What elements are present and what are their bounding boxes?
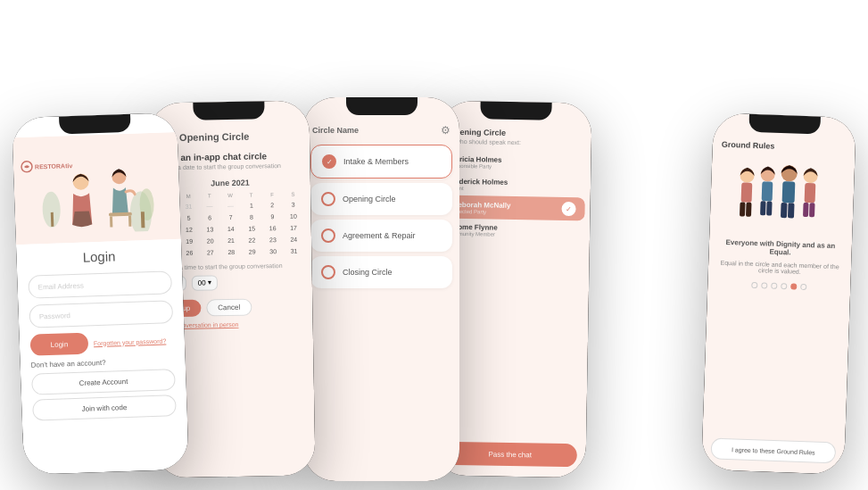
cal-day[interactable]: 22 xyxy=(242,234,263,245)
join-with-code-button[interactable]: Join with code xyxy=(32,394,177,421)
cal-day[interactable]: 13 xyxy=(200,223,221,235)
cal-day[interactable]: 10 xyxy=(283,211,304,222)
active-indicator: ✓ xyxy=(561,202,575,216)
circle-item-closing[interactable]: Closing Circle xyxy=(310,256,452,288)
person-row-frederick: Frederick Holmes Parent xyxy=(439,173,591,198)
minute-select[interactable]: 00 ▾ xyxy=(192,275,218,291)
cal-day[interactable]: 3 xyxy=(283,199,304,211)
check-icon-agreement xyxy=(321,228,335,243)
svg-rect-12 xyxy=(741,182,753,202)
svg-rect-22 xyxy=(788,203,795,218)
forgot-password-link[interactable]: Forgotten your password? xyxy=(94,337,167,346)
cal-day[interactable]: 9 xyxy=(262,211,284,222)
cal-day[interactable]: 17 xyxy=(283,222,304,234)
gr-illustration xyxy=(709,152,855,237)
notch-2 xyxy=(193,101,264,120)
cal-day[interactable]: 30 xyxy=(262,245,284,257)
cal-day[interactable]: 19 xyxy=(178,236,200,247)
person-row-jerome: Jerome Flynne Community Member xyxy=(438,219,590,244)
login-illustration xyxy=(12,132,181,245)
cal-day[interactable]: 23 xyxy=(262,234,284,245)
svg-rect-18 xyxy=(766,201,773,215)
phone-ground-rules: Ground Rules xyxy=(701,112,856,474)
notch-1 xyxy=(59,114,131,135)
cal-day[interactable]: 15 xyxy=(241,222,262,234)
scene: RESTORAtiv xyxy=(0,0,868,490)
cal-day[interactable]: 29 xyxy=(242,245,263,257)
settings-icon[interactable]: ⚙ xyxy=(441,124,451,137)
login-body: Login Email Address Password Login Forgo… xyxy=(16,239,187,433)
cal-day[interactable]: 1 xyxy=(241,199,262,211)
svg-rect-16 xyxy=(762,181,773,201)
circle-item-agreement[interactable]: Agreement & Repair xyxy=(310,220,452,252)
circle-item-label-intake: Intake & Members xyxy=(343,157,409,166)
person-row-deborah: Deborah McNally Affected Party ✓ xyxy=(443,195,584,221)
cal-day[interactable]: — xyxy=(220,200,242,212)
cal-day[interactable]: 16 xyxy=(262,222,284,234)
notch-3 xyxy=(346,97,417,115)
login-button[interactable]: Login xyxy=(30,333,89,356)
dot-4 xyxy=(781,283,787,289)
person-row-patricia: Patricia Holmes Responsible Party xyxy=(439,151,591,176)
no-account-text: Don't have an account? xyxy=(31,356,175,370)
cal-day[interactable]: 31 xyxy=(284,245,305,257)
svg-rect-17 xyxy=(760,201,766,215)
cal-day[interactable]: 31 xyxy=(178,201,200,212)
person-role-deborah: Affected Party xyxy=(452,208,510,214)
svg-rect-20 xyxy=(782,181,796,203)
create-account-button[interactable]: Create Account xyxy=(31,369,176,395)
dot-2 xyxy=(761,282,767,288)
cal-day[interactable]: 24 xyxy=(283,234,304,245)
cal-day[interactable]: 27 xyxy=(200,246,221,258)
svg-rect-9 xyxy=(109,216,112,227)
svg-rect-5 xyxy=(50,212,54,227)
circle-item-label-agreement: Agreement & Repair xyxy=(343,231,416,240)
cal-day[interactable]: 20 xyxy=(200,235,221,246)
svg-rect-14 xyxy=(746,203,752,217)
cal-day[interactable]: 2 xyxy=(261,199,283,211)
password-placeholder: Password xyxy=(39,311,70,320)
logo-icon xyxy=(21,161,33,173)
email-placeholder: Email Address xyxy=(38,281,84,291)
cal-day[interactable]: 21 xyxy=(220,235,242,246)
svg-rect-10 xyxy=(128,216,130,227)
check-icon-opening xyxy=(321,192,335,206)
svg-rect-26 xyxy=(809,203,815,217)
cal-day[interactable]: 5 xyxy=(178,212,200,224)
circle-item-intake[interactable]: ✓ Intake & Members xyxy=(310,145,452,179)
svg-rect-21 xyxy=(781,203,788,218)
cal-day[interactable]: — xyxy=(199,200,220,212)
day-header-m: M xyxy=(178,192,200,201)
svg-rect-13 xyxy=(740,202,746,216)
day-header-t1: T xyxy=(199,191,220,200)
cancel-button[interactable]: Cancel xyxy=(206,299,252,317)
day-header-t2: T xyxy=(241,190,262,199)
circle-item-label-opening: Opening Circle xyxy=(343,195,396,203)
dot-6 xyxy=(800,284,806,290)
dot-5 xyxy=(790,283,797,289)
email-input[interactable]: Email Address xyxy=(28,270,172,299)
cal-day[interactable]: 8 xyxy=(241,211,262,222)
logo-text: RESTORAtiv xyxy=(35,162,72,170)
svg-rect-24 xyxy=(805,183,816,203)
login-title: Login xyxy=(27,246,170,267)
cal-day[interactable]: 7 xyxy=(220,212,242,223)
notch-5 xyxy=(748,114,821,135)
circle-item-opening[interactable]: Opening Circle xyxy=(310,183,452,215)
cn-header: Circle Name ⚙ xyxy=(303,117,459,140)
cal-day[interactable]: 6 xyxy=(199,212,220,223)
agree-button[interactable]: I agree to these Ground Rules xyxy=(710,437,836,463)
minute-value: 00 xyxy=(198,279,206,287)
cal-day[interactable]: 12 xyxy=(178,224,200,236)
pass-chat-button[interactable]: Pass the chat xyxy=(443,442,577,468)
cal-day[interactable]: 14 xyxy=(220,223,242,235)
cn-title: Circle Name xyxy=(312,126,359,135)
password-input[interactable]: Password xyxy=(29,300,173,328)
svg-rect-3 xyxy=(140,212,145,228)
cal-day[interactable]: 28 xyxy=(220,246,242,258)
people-svg xyxy=(732,157,833,232)
cal-day[interactable]: 26 xyxy=(179,247,201,259)
person-name-deborah: Deborah McNally xyxy=(453,200,511,209)
day-header-f: F xyxy=(261,190,283,199)
cal-screen-title: Opening Circle xyxy=(179,131,249,143)
